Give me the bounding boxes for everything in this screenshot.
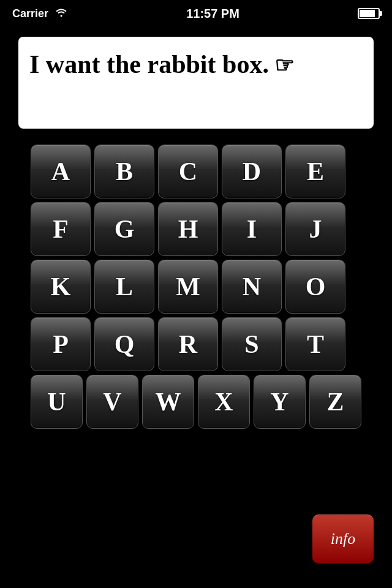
key-E[interactable]: E — [285, 145, 345, 198]
display-text: I want the rabbit box. ☞ — [29, 49, 363, 80]
key-T[interactable]: T — [285, 317, 345, 371]
key-K[interactable]: K — [31, 260, 91, 314]
key-V[interactable]: V — [86, 375, 138, 429]
pointing-hand-icon: ☞ — [269, 53, 294, 78]
text-display: I want the rabbit box. ☞ — [18, 37, 374, 129]
key-D[interactable]: D — [222, 145, 282, 198]
key-J[interactable]: J — [285, 202, 345, 256]
keyboard-row-2: F G H I J — [31, 202, 361, 256]
keyboard-row-3: K L M N O — [31, 260, 361, 314]
info-button[interactable]: info — [312, 514, 374, 564]
status-left: Carrier — [12, 7, 68, 20]
key-G[interactable]: G — [94, 202, 154, 256]
key-N[interactable]: N — [222, 260, 282, 314]
key-Z[interactable]: Z — [309, 375, 361, 429]
battery-icon — [358, 8, 380, 19]
key-S[interactable]: S — [222, 317, 282, 371]
carrier-label: Carrier — [12, 7, 48, 20]
display-sentence: I want the rabbit box. — [29, 50, 269, 78]
key-B[interactable]: B — [94, 145, 154, 198]
key-L[interactable]: L — [94, 260, 154, 314]
status-bar: Carrier 11:57 PM — [0, 0, 392, 27]
key-Y[interactable]: Y — [254, 375, 306, 429]
time-display: 11:57 PM — [186, 7, 239, 21]
key-X[interactable]: X — [198, 375, 250, 429]
key-P[interactable]: P — [31, 317, 91, 371]
key-C[interactable]: C — [158, 145, 218, 198]
key-F[interactable]: F — [31, 202, 91, 256]
keyboard: A B C D E F G H I J K L M N O P Q R S T … — [24, 138, 368, 435]
key-R[interactable]: R — [158, 317, 218, 371]
key-A[interactable]: A — [31, 145, 91, 198]
key-M[interactable]: M — [158, 260, 218, 314]
key-I[interactable]: I — [222, 202, 282, 256]
key-Q[interactable]: Q — [94, 317, 154, 371]
keyboard-row-1: A B C D E — [31, 145, 361, 198]
key-O[interactable]: O — [285, 260, 345, 314]
key-U[interactable]: U — [31, 375, 83, 429]
wifi-icon — [55, 7, 68, 20]
key-H[interactable]: H — [158, 202, 218, 256]
keyboard-row-4: P Q R S T — [31, 317, 361, 371]
key-W[interactable]: W — [142, 375, 194, 429]
keyboard-row-5: U V W X Y Z — [31, 375, 361, 429]
